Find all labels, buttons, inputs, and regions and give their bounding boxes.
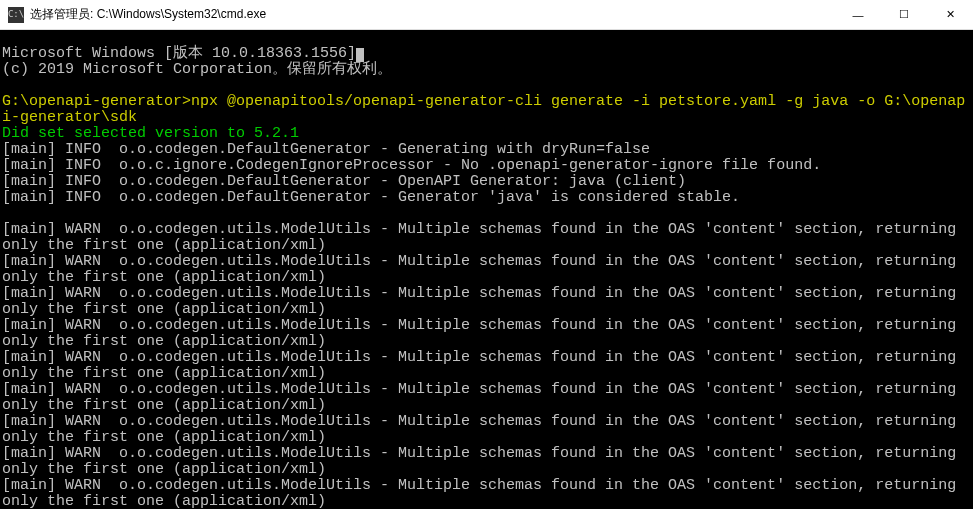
log-info-line: [main] INFO o.o.c.ignore.CodegenIgnorePr… [2,157,821,174]
terminal-output[interactable]: Microsoft Windows [版本 10.0.18363.1556] (… [0,30,973,509]
log-warn-line: [main] WARN o.o.codegen.utils.ModelUtils… [2,349,965,382]
cmd-icon-glyph: C:\ [8,10,24,19]
log-warn-line: [main] WARN o.o.codegen.utils.ModelUtils… [2,285,965,318]
cmd-icon: C:\ [8,7,24,23]
close-button[interactable]: ✕ [927,0,973,29]
minimize-button[interactable]: — [835,0,881,29]
log-warn-line: [main] WARN o.o.codegen.utils.ModelUtils… [2,477,965,509]
command-line: G:\openapi-generator>npx @openapitools/o… [2,93,965,126]
log-info-line: [main] INFO o.o.codegen.DefaultGenerator… [2,141,650,158]
log-info-line: [main] INFO o.o.codegen.DefaultGenerator… [2,173,686,190]
blank-line [2,77,11,94]
banner-version: Microsoft Windows [版本 10.0.18363.1556] [2,45,364,62]
banner-copyright: (c) 2019 Microsoft Corporation。保留所有权利。 [2,61,392,78]
window-buttons: — ☐ ✕ [835,0,973,29]
window-title: 选择管理员: C:\Windows\System32\cmd.exe [30,6,835,23]
text-cursor [356,48,364,62]
titlebar[interactable]: C:\ 选择管理员: C:\Windows\System32\cmd.exe —… [0,0,973,30]
maximize-button[interactable]: ☐ [881,0,927,29]
log-warn-line: [main] WARN o.o.codegen.utils.ModelUtils… [2,317,965,350]
cmd-window: C:\ 选择管理员: C:\Windows\System32\cmd.exe —… [0,0,973,509]
log-info-line: [main] INFO o.o.codegen.DefaultGenerator… [2,189,740,206]
log-warn-line: [main] WARN o.o.codegen.utils.ModelUtils… [2,381,965,414]
prompt-path: G:\openapi-generator> [2,93,191,110]
log-warn-line: [main] WARN o.o.codegen.utils.ModelUtils… [2,253,965,286]
log-warn-line: [main] WARN o.o.codegen.utils.ModelUtils… [2,445,965,478]
did-set-line: Did set selected version to 5.2.1 [2,125,299,142]
log-warn-line: [main] WARN o.o.codegen.utils.ModelUtils… [2,221,965,254]
log-warn-line: [main] WARN o.o.codegen.utils.ModelUtils… [2,413,965,446]
